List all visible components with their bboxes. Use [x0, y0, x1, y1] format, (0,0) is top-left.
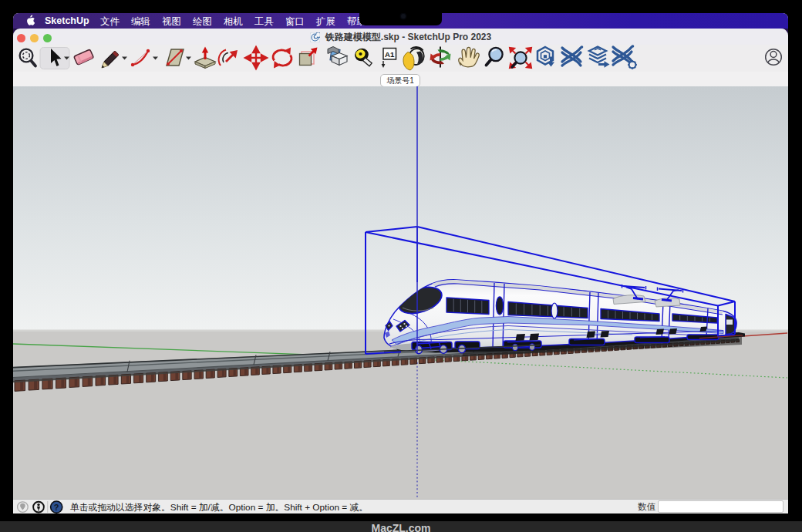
- svg-text:A1: A1: [385, 50, 395, 59]
- svg-text:单击或拖动以选择对象。Shift = 加/减。Option: 单击或拖动以选择对象。Shift = 加/减。Option = 加。Shift …: [70, 502, 368, 513]
- svg-text:?: ?: [54, 503, 59, 512]
